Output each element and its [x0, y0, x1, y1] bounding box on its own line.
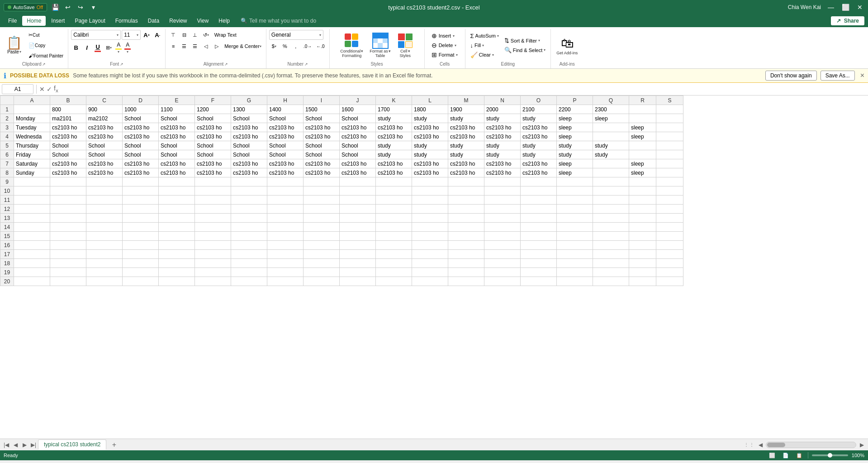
cell-E18[interactable] — [159, 259, 195, 268]
cell-J8[interactable]: cs2103 ho — [340, 168, 376, 177]
cell-S2[interactable] — [656, 114, 683, 123]
cell-F17[interactable] — [195, 250, 231, 259]
menu-help[interactable]: Help — [214, 16, 234, 26]
cell-G13[interactable] — [231, 214, 267, 223]
cell-F7[interactable]: cs2103 ho — [195, 159, 231, 168]
cell-styles-button[interactable]: Cell ▾ Styles — [394, 31, 416, 60]
menu-page-layout[interactable]: Page Layout — [70, 16, 109, 26]
wrap-text-button[interactable]: Wrap Text — [212, 30, 239, 40]
cell-B12[interactable] — [50, 205, 86, 214]
sheet-nav-first[interactable]: |◀ — [2, 440, 11, 449]
row-header-17[interactable]: 17 — [0, 250, 14, 259]
col-header-S[interactable]: S — [656, 96, 683, 105]
cell-E10[interactable] — [159, 186, 195, 196]
cell-B5[interactable]: School — [50, 141, 86, 150]
underline-button[interactable]: U — [93, 43, 103, 53]
cell-K5[interactable]: study — [376, 141, 412, 150]
cell-J2[interactable]: School — [340, 114, 376, 123]
cut-button[interactable]: ✂ Cut — [27, 30, 42, 40]
cell-S4[interactable] — [656, 132, 683, 141]
cell-N8[interactable]: cs2103 ho — [484, 168, 521, 177]
cell-F3[interactable]: cs2103 ho — [195, 123, 231, 132]
cell-E19[interactable] — [159, 268, 195, 277]
cell-O14[interactable] — [521, 223, 557, 232]
cell-I12[interactable] — [304, 205, 340, 214]
cell-H11[interactable] — [267, 196, 304, 205]
cell-S15[interactable] — [656, 232, 683, 241]
autosum-button[interactable]: Σ AutoSum ▾ — [468, 32, 501, 40]
cell-N1[interactable]: 2000 — [484, 105, 521, 114]
cell-L17[interactable] — [412, 250, 448, 259]
cell-E5[interactable]: School — [159, 141, 195, 150]
font-color-button[interactable]: A ▾ — [123, 41, 132, 54]
align-center-button[interactable]: ☰ — [179, 41, 189, 51]
cell-E13[interactable] — [159, 214, 195, 223]
cell-M12[interactable] — [448, 205, 484, 214]
cell-I8[interactable]: cs2103 ho — [304, 168, 340, 177]
cell-M9[interactable] — [448, 177, 484, 186]
minimize-button[interactable]: — — [826, 3, 835, 12]
cell-S3[interactable] — [656, 123, 683, 132]
cell-S19[interactable] — [656, 268, 683, 277]
cell-C9[interactable] — [86, 177, 123, 186]
menu-home[interactable]: Home — [22, 16, 46, 26]
cell-F13[interactable] — [195, 214, 231, 223]
scroll-left-button[interactable]: ◀ — [756, 440, 765, 449]
zoom-slider[interactable] — [812, 454, 848, 456]
number-expand-icon[interactable]: ↗ — [304, 62, 308, 67]
cell-I11[interactable] — [304, 196, 340, 205]
cell-R10[interactable] — [629, 186, 656, 196]
cell-Q10[interactable] — [593, 186, 629, 196]
cell-C8[interactable]: cs2103 ho — [86, 168, 123, 177]
cell-M16[interactable] — [448, 241, 484, 250]
cell-M20[interactable] — [448, 277, 484, 286]
cell-S16[interactable] — [656, 241, 683, 250]
cell-D19[interactable] — [123, 268, 159, 277]
col-header-M[interactable]: M — [448, 96, 484, 105]
cell-K7[interactable]: cs2103 ho — [376, 159, 412, 168]
cell-A12[interactable] — [14, 205, 50, 214]
col-header-H[interactable]: H — [267, 96, 304, 105]
increase-decimal-button[interactable]: .0→ — [302, 41, 313, 51]
cell-N20[interactable] — [484, 277, 521, 286]
cell-G9[interactable] — [231, 177, 267, 186]
delete-button[interactable]: ⊖ Delete ▾ — [429, 41, 461, 50]
cell-K12[interactable] — [376, 205, 412, 214]
formula-input[interactable] — [62, 86, 866, 92]
cell-S12[interactable] — [656, 205, 683, 214]
cell-H3[interactable]: cs2103 ho — [267, 123, 304, 132]
cell-Q19[interactable] — [593, 268, 629, 277]
percent-button[interactable]: % — [280, 41, 290, 51]
cell-E3[interactable]: cs2103 ho — [159, 123, 195, 132]
cell-B1[interactable]: 800 — [50, 105, 86, 114]
cell-P14[interactable] — [557, 223, 593, 232]
cell-B18[interactable] — [50, 259, 86, 268]
cell-B3[interactable]: cs2103 ho — [50, 123, 86, 132]
cell-N16[interactable] — [484, 241, 521, 250]
cell-P2[interactable]: sleep — [557, 114, 593, 123]
alignment-label[interactable]: Alignment ↗ — [204, 61, 228, 67]
decrease-font-size-button[interactable]: A- — [152, 30, 162, 40]
comma-button[interactable]: , — [291, 41, 301, 51]
cell-J10[interactable] — [340, 186, 376, 196]
cell-D6[interactable]: School — [123, 150, 159, 159]
cell-F15[interactable] — [195, 232, 231, 241]
cancel-formula-button[interactable]: ✕ — [39, 86, 45, 93]
cell-A11[interactable] — [14, 196, 50, 205]
cell-S7[interactable] — [656, 159, 683, 168]
row-header-5[interactable]: 5 — [0, 141, 14, 150]
scroll-right-button[interactable]: ▶ — [857, 440, 866, 449]
cell-P19[interactable] — [557, 268, 593, 277]
cell-Q15[interactable] — [593, 232, 629, 241]
cell-F9[interactable] — [195, 177, 231, 186]
cell-G8[interactable]: cs2103 ho — [231, 168, 267, 177]
cell-S13[interactable] — [656, 214, 683, 223]
cell-S1[interactable] — [656, 105, 683, 114]
cell-N12[interactable] — [484, 205, 521, 214]
cell-D17[interactable] — [123, 250, 159, 259]
insert-button[interactable]: ⊕ Insert ▾ — [429, 31, 461, 40]
cell-J5[interactable]: School — [340, 141, 376, 150]
cell-A14[interactable] — [14, 223, 50, 232]
cell-L14[interactable] — [412, 223, 448, 232]
cell-L2[interactable]: study — [412, 114, 448, 123]
